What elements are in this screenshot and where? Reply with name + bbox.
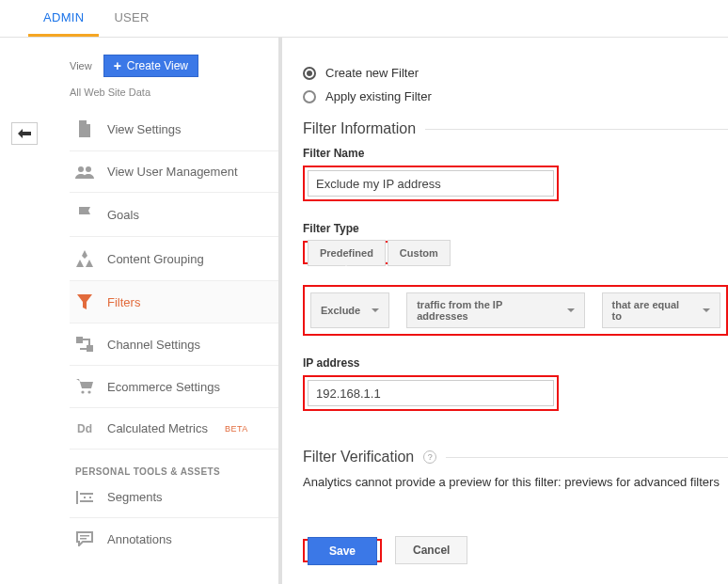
sidebar-item-annotations[interactable]: Annotations — [70, 518, 278, 560]
divider — [446, 457, 728, 458]
annotation-icon — [75, 531, 94, 546]
tab-user[interactable]: USER — [99, 1, 164, 37]
dropdown-label: Exclude — [321, 305, 360, 316]
ip-address-input[interactable] — [308, 380, 554, 406]
filter-type-predefined[interactable]: Predefined — [308, 240, 386, 266]
svg-point-1 — [86, 166, 91, 172]
radio-apply-filter[interactable] — [303, 90, 316, 103]
sidebar-item-label: Content Grouping — [107, 252, 204, 266]
dropdown-label: that are equal to — [612, 299, 691, 322]
sidebar-item-view-settings[interactable]: View Settings — [70, 107, 278, 151]
back-button[interactable] — [11, 122, 38, 145]
highlight-box: Predefined — [303, 241, 390, 264]
sidebar-item-label: Ecommerce Settings — [107, 380, 220, 394]
dropdown-exclude[interactable]: Exclude — [310, 292, 389, 328]
sidebar-item-label: View User Management — [107, 165, 238, 179]
channel-icon — [75, 337, 94, 352]
sidebar-item-segments[interactable]: Segments — [70, 477, 278, 518]
plus-icon: + — [114, 59, 121, 72]
radio-apply-label: Apply existing Filter — [325, 89, 432, 103]
ip-address-label: IP address — [303, 356, 728, 370]
highlight-box: Save — [303, 539, 382, 562]
radio-create-label: Create new Filter — [325, 66, 419, 80]
svg-point-0 — [78, 166, 84, 172]
verification-message: Analytics cannot provide a preview for t… — [303, 475, 728, 489]
beta-badge: BETA — [225, 424, 248, 434]
filter-type-custom[interactable]: Custom — [388, 240, 451, 266]
chevron-down-icon — [703, 308, 710, 316]
svg-rect-10 — [89, 497, 91, 498]
flag-icon — [75, 206, 94, 223]
highlight-box — [303, 166, 559, 201]
sidebar-item-label: Segments — [107, 490, 163, 504]
view-name[interactable]: All Web Site Data — [70, 87, 278, 98]
svg-point-5 — [87, 390, 90, 393]
sidebar-item-calculated-metrics[interactable]: Dd Calculated Metrics BETA — [70, 408, 278, 450]
back-column — [0, 38, 38, 584]
users-icon — [75, 166, 94, 179]
sidebar: View + Create View All Web Site Data Vie… — [38, 38, 282, 584]
view-label: View — [70, 60, 92, 71]
cancel-button[interactable]: Cancel — [395, 536, 467, 564]
create-view-button[interactable]: + Create View — [103, 55, 198, 77]
svg-rect-6 — [76, 491, 78, 504]
sidebar-item-user-management[interactable]: View User Management — [70, 151, 278, 193]
sidebar-item-label: Channel Settings — [107, 338, 200, 352]
sidebar-item-label: Calculated Metrics — [107, 421, 208, 435]
svg-rect-9 — [84, 497, 86, 498]
filter-type-label: Filter Type — [303, 222, 728, 235]
dropdown-traffic-source[interactable]: traffic from the IP addresses — [406, 292, 584, 328]
save-button[interactable]: Save — [308, 537, 377, 565]
radio-create-filter[interactable] — [303, 67, 316, 80]
svg-rect-11 — [80, 535, 89, 537]
svg-point-4 — [81, 390, 84, 393]
dd-icon: Dd — [75, 422, 94, 435]
highlight-box — [303, 375, 559, 411]
sidebar-item-label: Filters — [107, 295, 140, 309]
svg-rect-7 — [80, 493, 93, 495]
filter-icon — [75, 294, 94, 309]
chevron-down-icon — [567, 308, 575, 316]
back-arrow-icon — [18, 129, 31, 138]
tab-admin[interactable]: ADMIN — [28, 1, 99, 37]
svg-rect-8 — [80, 500, 93, 502]
svg-rect-2 — [76, 337, 83, 343]
filter-name-label: Filter Name — [303, 147, 728, 160]
sidebar-item-label: Goals — [107, 208, 139, 222]
filter-verification-header: Filter Verification — [303, 449, 414, 466]
create-view-label: Create View — [127, 59, 188, 72]
help-icon[interactable]: ? — [423, 450, 436, 464]
sidebar-item-channel-settings[interactable]: Channel Settings — [70, 324, 278, 366]
sidebar-item-filters[interactable]: Filters — [70, 281, 278, 324]
cart-icon — [75, 379, 94, 394]
dropdown-label: traffic from the IP addresses — [417, 299, 555, 322]
document-icon — [75, 120, 94, 137]
svg-rect-12 — [80, 538, 87, 540]
filter-info-header: Filter Information — [303, 120, 416, 137]
highlight-box: Exclude traffic from the IP addresses th… — [303, 285, 728, 336]
chevron-down-icon — [372, 308, 379, 316]
dropdown-expression[interactable]: that are equal to — [602, 292, 720, 328]
grouping-icon — [75, 250, 94, 267]
sidebar-item-goals[interactable]: Goals — [70, 193, 278, 237]
filter-name-input[interactable] — [308, 170, 554, 197]
sidebar-item-ecommerce-settings[interactable]: Ecommerce Settings — [70, 366, 278, 408]
divider — [425, 129, 728, 130]
top-tabs: ADMIN USER — [0, 0, 728, 38]
sidebar-item-label: Annotations — [107, 532, 172, 546]
sidebar-item-label: View Settings — [107, 122, 182, 136]
main-content: Create new Filter Apply existing Filter … — [282, 38, 728, 584]
sidebar-item-content-grouping[interactable]: Content Grouping — [70, 237, 278, 281]
segments-icon — [75, 491, 94, 504]
tools-header: PERSONAL TOOLS & ASSETS — [75, 466, 278, 477]
